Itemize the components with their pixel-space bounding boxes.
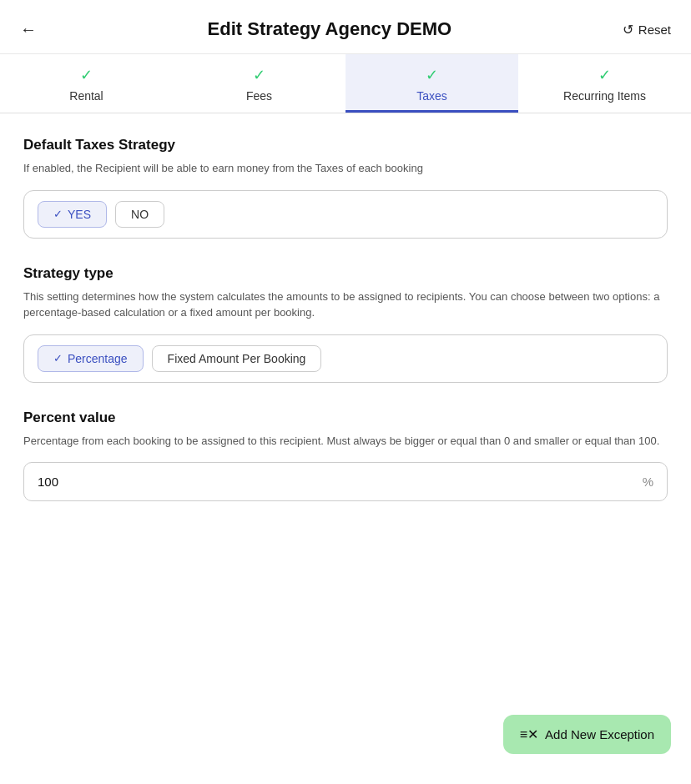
tab-fees[interactable]: ✓ Fees bbox=[173, 54, 346, 113]
tab-fees-label: Fees bbox=[246, 89, 272, 103]
main-content: Default Taxes Strategy If enabled, the R… bbox=[0, 113, 691, 611]
no-label: NO bbox=[131, 208, 149, 221]
strategy-type-toggle-group: ✓ Percentage Fixed Amount Per Booking bbox=[23, 334, 668, 383]
yes-check-icon: ✓ bbox=[53, 208, 63, 220]
default-taxes-no-button[interactable]: NO bbox=[115, 201, 164, 228]
fixed-amount-label: Fixed Amount Per Booking bbox=[168, 352, 306, 365]
back-icon: ← bbox=[20, 20, 37, 39]
tab-rental[interactable]: ✓ Rental bbox=[0, 54, 173, 113]
section-strategy-type: Strategy type This setting determines ho… bbox=[23, 265, 668, 383]
tab-rental-check: ✓ bbox=[80, 66, 93, 84]
section-percent-value: Percent value Percentage from each booki… bbox=[23, 410, 668, 502]
strategy-type-desc: This setting determines how the system c… bbox=[23, 289, 668, 321]
yes-label: YES bbox=[68, 208, 91, 221]
percent-value-title: Percent value bbox=[23, 410, 668, 426]
tab-fees-check: ✓ bbox=[253, 66, 265, 84]
strategy-type-title: Strategy type bbox=[23, 265, 668, 282]
reset-icon: ↺ bbox=[623, 22, 633, 38]
percentage-check-icon: ✓ bbox=[53, 352, 63, 364]
add-new-exception-button[interactable]: ≡✕ Add New Exception bbox=[503, 715, 671, 754]
section-default-taxes: Default Taxes Strategy If enabled, the R… bbox=[23, 137, 668, 239]
reset-label: Reset bbox=[638, 23, 671, 37]
header: ← Edit Strategy Agency DEMO ↺ Reset bbox=[0, 0, 691, 54]
percent-input-wrapper: % bbox=[23, 462, 668, 501]
percentage-button[interactable]: ✓ Percentage bbox=[38, 345, 144, 372]
page-container: ← Edit Strategy Agency DEMO ↺ Reset ✓ Re… bbox=[0, 0, 691, 784]
back-button[interactable]: ← bbox=[20, 20, 37, 39]
default-taxes-desc: If enabled, the Recipient will be able t… bbox=[23, 160, 668, 177]
tab-taxes[interactable]: ✓ Taxes bbox=[346, 54, 518, 113]
tab-taxes-check: ✓ bbox=[426, 66, 438, 84]
percent-input[interactable] bbox=[38, 475, 636, 489]
page-title: Edit Strategy Agency DEMO bbox=[208, 18, 452, 40]
add-exception-label: Add New Exception bbox=[545, 727, 654, 741]
percentage-label: Percentage bbox=[68, 352, 128, 365]
percent-symbol: % bbox=[643, 475, 653, 489]
tab-taxes-label: Taxes bbox=[416, 89, 447, 103]
percent-value-desc: Percentage from each booking to be assig… bbox=[23, 433, 668, 450]
tab-recurring-label: Recurring Items bbox=[563, 89, 646, 103]
tab-recurring-check: ✓ bbox=[598, 66, 611, 84]
tab-rental-label: Rental bbox=[69, 89, 103, 103]
fixed-amount-button[interactable]: Fixed Amount Per Booking bbox=[152, 345, 322, 372]
tab-recurring[interactable]: ✓ Recurring Items bbox=[518, 54, 691, 113]
default-taxes-title: Default Taxes Strategy bbox=[23, 137, 668, 153]
default-taxes-yes-button[interactable]: ✓ YES bbox=[38, 201, 107, 228]
default-taxes-toggle-group: ✓ YES NO bbox=[23, 190, 668, 239]
add-exception-icon: ≡✕ bbox=[520, 726, 538, 742]
tabs-container: ✓ Rental ✓ Fees ✓ Taxes ✓ Recurring Item… bbox=[0, 54, 691, 113]
reset-button[interactable]: ↺ Reset bbox=[623, 22, 671, 38]
